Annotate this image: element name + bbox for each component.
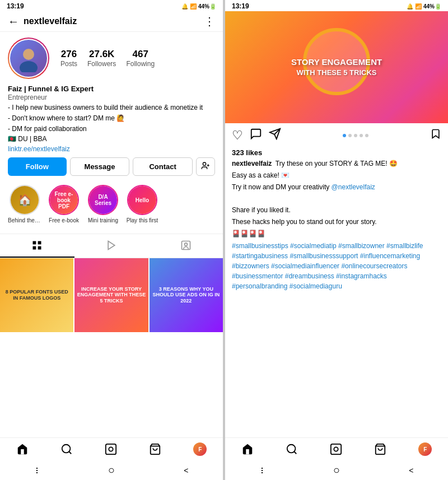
bio-line-3: - DM for paid collaboration xyxy=(8,124,215,134)
menu-button[interactable]: ⫶ xyxy=(35,465,39,476)
dot-5 xyxy=(365,134,368,137)
bookmark-button[interactable] xyxy=(430,128,441,143)
menu-button-right[interactable]: ⫶ xyxy=(260,465,264,476)
back-gesture-right[interactable]: < xyxy=(409,466,413,475)
nav-search-right[interactable] xyxy=(286,443,298,455)
shop-icon-right xyxy=(374,443,386,455)
nav-shop-right[interactable] xyxy=(374,443,386,455)
highlight-label-4: Play this first xyxy=(127,217,158,223)
grid-post-3-text: 3 REASONS WHY YOU SHOULD USE ADS ON IG I… xyxy=(150,258,223,332)
bottom-nav-left: F xyxy=(0,437,223,460)
svg-rect-6 xyxy=(33,241,36,245)
highlight-label-1: Behind the sc... xyxy=(8,217,41,223)
highlight-circle-1: 🏠 xyxy=(10,185,40,215)
bottom-nav-right: F xyxy=(225,437,448,460)
signal-icon: 📶 xyxy=(190,3,197,10)
photo-grid: 8 POPULAR FONTS USED IN FAMOUS LOGOS INC… xyxy=(0,258,223,437)
tab-tagged[interactable] xyxy=(148,234,223,258)
posts-count: 276 xyxy=(61,49,77,60)
message-button[interactable]: Message xyxy=(70,157,130,176)
tab-grid[interactable] xyxy=(0,234,74,258)
shop-icon xyxy=(149,443,161,455)
bio-link[interactable]: linktr.ee/nextlevelfaiz xyxy=(8,145,215,153)
likes-count: 323 likes xyxy=(232,148,441,157)
mention-link[interactable]: @nextlevelfaiz xyxy=(332,183,375,191)
status-icons-left: 🔔 📶 44%🔋 xyxy=(181,3,216,10)
status-bar-right: 13:19 🔔 📶 44%🔋 xyxy=(225,0,448,11)
nav-profile-right[interactable]: F xyxy=(418,442,432,456)
status-icons-right: 🔔 📶 44%🔋 xyxy=(407,3,441,10)
nav-bar-left: ← nextlevelfaiz ⋮ xyxy=(0,11,223,32)
caption-username: nextlevelfaiz xyxy=(232,160,272,167)
left-phone: 13:19 🔔 📶 44%🔋 ← nextlevelfaiz ⋮ xyxy=(0,0,223,480)
highlight-text-4: Hello xyxy=(134,196,150,204)
battery-icon: 44%🔋 xyxy=(198,3,216,10)
following-count: 467 xyxy=(133,49,148,60)
follow-button[interactable]: Follow xyxy=(8,157,67,176)
grid-post-1[interactable]: 8 POPULAR FONTS USED IN FAMOUS LOGOS xyxy=(0,258,73,332)
nav-home[interactable] xyxy=(16,443,29,455)
add-user-icon xyxy=(201,161,210,170)
bio-title: Entrepreneur xyxy=(8,94,215,101)
contact-button[interactable]: Contact xyxy=(133,157,193,176)
post-info-scroll[interactable]: 323 likes nextlevelfaiz Try these on you… xyxy=(225,147,448,437)
dot-2 xyxy=(348,134,352,137)
grid-post-2[interactable]: INCREASE YOUR STORY ENGAGEMENT WITH THES… xyxy=(74,258,148,332)
stat-posts[interactable]: 276 Posts xyxy=(60,49,77,68)
back-gesture[interactable]: < xyxy=(184,466,188,475)
profile-section: 276 Posts 27.6K Followers 467 Following … xyxy=(0,32,223,234)
nav-reels[interactable] xyxy=(105,443,117,455)
back-button[interactable]: ← xyxy=(8,15,19,28)
highlight-3[interactable]: D/A Series Mini training xyxy=(86,185,120,223)
grid-post-3[interactable]: 3 REASONS WHY YOU SHOULD USE ADS ON IG I… xyxy=(150,258,223,332)
nav-shop[interactable] xyxy=(149,443,161,455)
tab-reels[interactable] xyxy=(74,234,149,258)
post-desc-2: Try it now and DM your creativity @nextl… xyxy=(232,183,441,192)
highlight-text-2: Free e-book PDF xyxy=(50,190,78,211)
nav-home-right[interactable] xyxy=(241,443,254,455)
profile-username: nextlevelfaiz xyxy=(24,16,77,26)
battery-icon-right: 44%🔋 xyxy=(423,3,441,10)
reels-icon xyxy=(105,443,117,455)
caption-text: Try these on your STORY & TAG ME! 🤩 xyxy=(276,160,398,167)
home-gesture-right[interactable]: ○ xyxy=(333,464,340,477)
svg-rect-9 xyxy=(38,246,41,250)
avatar-svg xyxy=(15,44,43,72)
share-button[interactable] xyxy=(269,128,281,143)
grid-icon xyxy=(31,240,43,251)
more-options-button[interactable]: ⋮ xyxy=(204,15,215,28)
sys-nav-right: ⫶ ○ < xyxy=(225,460,448,480)
grid-post-2-text: INCREASE YOUR STORY ENGAGEMENT WITH THES… xyxy=(74,258,148,332)
stat-followers[interactable]: 27.6K Followers xyxy=(87,49,116,68)
bell-icon: 🔔 xyxy=(181,3,188,10)
nav-profile[interactable]: F xyxy=(193,442,207,456)
home-gesture[interactable]: ○ xyxy=(108,464,115,477)
post-info: 323 likes nextlevelfaiz Try these on you… xyxy=(225,147,448,296)
highlight-label-2: Free e-book xyxy=(49,217,79,223)
profile-avatar-thumb-right: F xyxy=(418,442,432,456)
dot-4 xyxy=(360,134,363,137)
svg-rect-15 xyxy=(106,444,116,454)
highlight-2[interactable]: Free e-book PDF Free e-book xyxy=(47,185,81,223)
nav-reels-right[interactable] xyxy=(330,443,342,455)
highlight-text-3: D/A Series xyxy=(89,193,117,207)
following-label: Following xyxy=(126,60,155,68)
post-actions-left: ♡ xyxy=(232,128,281,143)
svg-point-23 xyxy=(334,447,338,451)
svg-marker-10 xyxy=(108,241,115,250)
highlight-4[interactable]: Hello Play this first xyxy=(125,185,159,223)
add-user-button[interactable] xyxy=(196,157,215,176)
avatar-ring[interactable] xyxy=(8,38,49,79)
profile-avatar-thumb: F xyxy=(193,442,207,456)
play-icon xyxy=(106,240,117,251)
like-button[interactable]: ♡ xyxy=(232,128,243,143)
post-actions-bar: ♡ xyxy=(225,123,448,147)
time-left: 13:19 xyxy=(7,2,24,10)
svg-point-20 xyxy=(287,445,296,453)
svg-rect-7 xyxy=(38,241,41,245)
comment-button[interactable] xyxy=(250,128,262,143)
highlight-1[interactable]: 🏠 Behind the sc... xyxy=(8,185,41,223)
hashtags: #smallbusinesstips #socialmediatip #smal… xyxy=(232,241,441,291)
nav-search[interactable] xyxy=(60,443,73,455)
stat-following[interactable]: 467 Following xyxy=(126,49,155,68)
